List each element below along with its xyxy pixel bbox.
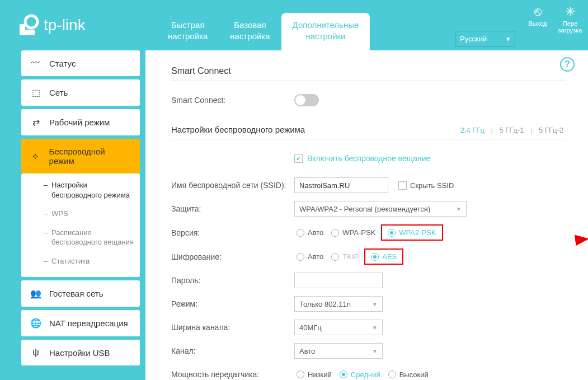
txpower-radio-mid[interactable]: Средний — [337, 369, 383, 381]
sidebar-item-nat[interactable]: 🌐NAT переадресация — [21, 310, 140, 336]
band-tab-24ghz[interactable]: 2,4 ГГц — [458, 126, 487, 134]
cipher-radio-aes[interactable]: AES — [369, 251, 399, 262]
ssid-input[interactable] — [294, 177, 388, 193]
sidebar-item-guest[interactable]: 👥Гостевая сеть — [21, 280, 140, 307]
sidebar: 〰Статус ⬚Сеть ⇄Рабочий режим ⟡Беспроводн… — [0, 50, 145, 380]
txpower-radio-high[interactable]: Высокий — [386, 369, 431, 381]
section-title-smart-connect: Smart Connect — [171, 66, 566, 81]
loading-icon: ✳ — [554, 4, 586, 19]
section-title-wireless: Настройки беспроводного режима — [171, 125, 305, 134]
svg-point-0 — [25, 16, 37, 28]
smart-connect-label: Smart Connect: — [171, 96, 294, 105]
sidebar-sub-wps[interactable]: WPS — [21, 204, 140, 223]
tab-quick-setup[interactable]: Быстрая настройка — [157, 13, 219, 50]
brand-name: tp-link — [44, 16, 86, 34]
version-label: Версия: — [171, 228, 294, 237]
version-radio-wpa-psk[interactable]: WPA-PSK — [329, 227, 378, 238]
channel-label: Канал: — [171, 346, 294, 355]
ssid-label: Имя беспроводной сети (SSID): — [171, 181, 294, 190]
version-radio-auto[interactable]: Авто — [294, 227, 326, 238]
network-icon: ⬚ — [30, 87, 41, 98]
width-label: Ширина канала: — [171, 323, 294, 332]
cipher-radio-tkip[interactable]: TKIP — [329, 251, 361, 262]
txpower-radio-low[interactable]: Низкий — [294, 369, 334, 381]
security-label: Защита: — [171, 204, 294, 213]
sidebar-item-opmode[interactable]: ⇄Рабочий режим — [21, 109, 140, 135]
sidebar-sub-statistics[interactable]: Статистика — [21, 252, 140, 271]
version-radio-wpa2-psk[interactable]: WPA2-PSK — [385, 227, 438, 238]
language-select[interactable]: Русский ▾ — [455, 31, 515, 46]
pulse-icon: 〰 — [30, 58, 41, 68]
sidebar-sub-schedule[interactable]: Расписание беспроводного вещания — [21, 223, 140, 252]
tab-advanced-setup[interactable]: Дополнительные настройки — [281, 13, 370, 50]
password-input[interactable] — [294, 273, 383, 288]
sidebar-item-usb[interactable]: ψНастройки USB — [21, 340, 140, 365]
help-button[interactable]: ? — [560, 57, 575, 72]
content-panel: ? Smart Connect Smart Connect: Настройки… — [145, 50, 588, 380]
security-select[interactable]: WPA/WPA2 - Personal (рекомендуется)▼ — [294, 201, 467, 217]
sidebar-item-status[interactable]: 〰Статус — [21, 50, 140, 76]
cipher-label: Шифрование: — [171, 252, 294, 261]
mode-label: Режим: — [171, 299, 294, 308]
chevron-down-icon: ▾ — [506, 35, 510, 43]
logout-button[interactable]: ⎋ Выход — [522, 4, 553, 27]
channel-select[interactable]: Авто▼ — [294, 343, 383, 359]
password-label: Пароль: — [171, 276, 294, 285]
svg-rect-2 — [23, 30, 35, 35]
globe-icon: 🌐 — [30, 318, 41, 329]
usb-icon: ψ — [30, 348, 41, 358]
people-icon: 👥 — [30, 288, 41, 299]
language-value: Русский — [460, 35, 487, 43]
band-tabs: 2,4 ГГц | 5 ГГц-1 | 5 ГГц-2 — [458, 126, 566, 134]
sidebar-item-wireless[interactable]: ⟡Беспроводной режим — [21, 139, 140, 173]
chevron-down-icon: ▼ — [372, 301, 378, 307]
channel-width-select[interactable]: 40МГц▼ — [294, 320, 383, 335]
sidebar-sub-wireless-settings[interactable]: Настройки беспроводного режима — [21, 176, 140, 204]
txpower-label: Мощность передатчика: — [171, 370, 294, 379]
mode-select[interactable]: Только 802.11n▼ — [294, 296, 383, 312]
reboot-button[interactable]: ✳ Пере загрузка — [554, 4, 586, 34]
brand-logo: tp-link — [17, 14, 86, 36]
arrows-icon: ⇄ — [30, 117, 41, 128]
tplink-logo-icon — [17, 14, 39, 36]
band-tab-5ghz-2[interactable]: 5 ГГц-2 — [537, 126, 566, 134]
smart-connect-toggle[interactable] — [294, 94, 319, 106]
tab-basic-setup[interactable]: Базовая настройка — [219, 13, 281, 50]
cipher-radio-auto[interactable]: Авто — [294, 251, 326, 262]
chevron-down-icon: ▼ — [372, 348, 378, 354]
logout-icon: ⎋ — [522, 4, 553, 19]
wifi-icon: ⟡ — [30, 151, 41, 161]
enable-wireless-checkbox[interactable]: ✔ — [294, 154, 303, 163]
chevron-down-icon: ▼ — [456, 206, 462, 212]
band-tab-5ghz-1[interactable]: 5 ГГц-1 — [497, 126, 526, 134]
hide-ssid-checkbox[interactable]: Скрыть SSID — [398, 181, 454, 190]
enable-wireless-label: Включить беспроводное вещание — [307, 154, 430, 163]
chevron-down-icon: ▼ — [372, 325, 378, 331]
sidebar-item-network[interactable]: ⬚Сеть — [21, 79, 140, 106]
